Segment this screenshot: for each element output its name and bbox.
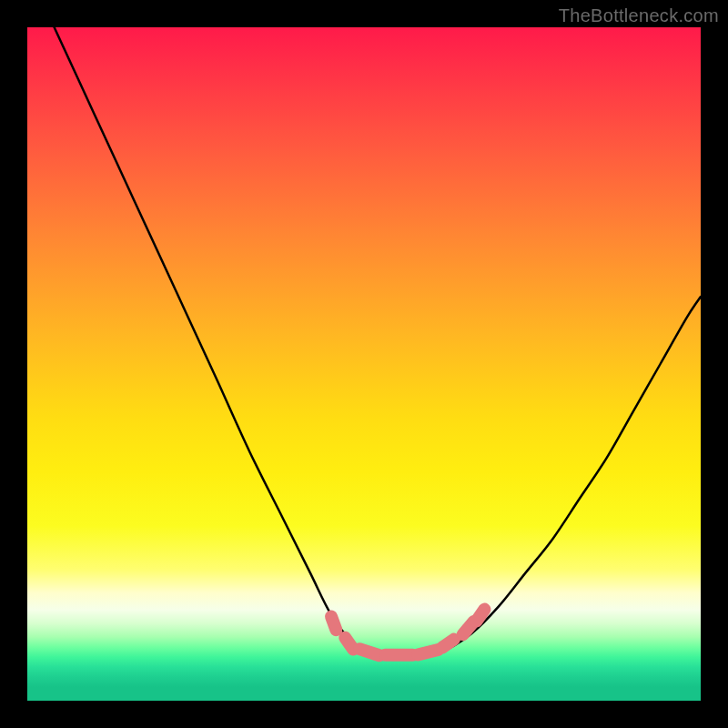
left-branch-curve [55, 27, 398, 657]
right-branch-curve [418, 297, 701, 657]
attribution-text: TheBottleneck.com [559, 5, 719, 26]
chart-frame: TheBottleneck.com [0, 0, 728, 728]
curve-layer [55, 27, 701, 657]
marker-layer [323, 601, 493, 663]
plot-area [27, 27, 701, 701]
chart-svg [27, 27, 701, 701]
